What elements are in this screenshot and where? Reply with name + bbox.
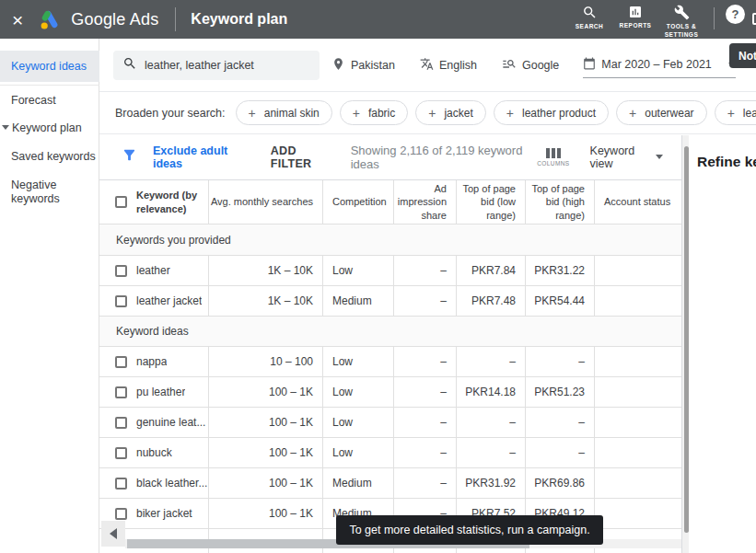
keyword-text: black leather... (136, 477, 207, 490)
status-cell (594, 286, 681, 316)
keyword-cell: nappa (99, 347, 208, 376)
column-header-competition[interactable]: Competition (322, 180, 393, 224)
calendar-icon (583, 57, 601, 73)
keyword-text: nubuck (136, 446, 172, 459)
ad-share-cell: – (393, 377, 456, 407)
keyword-text: nappa (136, 355, 167, 368)
keyword-search-input[interactable] (145, 59, 310, 72)
keyword-view-dropdown[interactable]: Keyword view (590, 144, 663, 170)
competition-cell: Low (322, 256, 393, 285)
help-icon[interactable]: ? (726, 5, 745, 24)
scroll-left-button[interactable] (101, 521, 125, 547)
table-row: nubuck 100 – 1K Low – – – (99, 438, 681, 468)
select-all-checkbox[interactable] (115, 196, 127, 208)
search-icon (113, 56, 137, 75)
ad-share-cell: – (393, 286, 456, 316)
bid-low-cell: PKR7.84 (456, 256, 525, 285)
bid-high-cell: PKR31.22 (525, 256, 594, 285)
broaden-chip-outerwear[interactable]: +outerwear (616, 100, 707, 125)
keyword-cell: leather (99, 256, 208, 285)
exclude-adult-ideas-link[interactable]: Exclude adult ideas (153, 144, 251, 170)
filter-funnel-icon (122, 147, 137, 167)
column-header-keyword[interactable]: Keyword (by relevance) (136, 189, 203, 215)
searches-cell: 100 – 1K (208, 408, 322, 437)
table-row: nappa 10 – 100 Low – – – (99, 347, 681, 377)
row-checkbox[interactable] (115, 386, 127, 398)
table-row: leather jacket 1K – 10K Medium – PKR7.48… (99, 286, 681, 317)
column-header-ad-share[interactable]: Ad impression share (393, 180, 456, 224)
date-range-setting[interactable]: Mar 2020 – Feb 2021 (583, 52, 736, 78)
competition-cell: Low (322, 438, 393, 467)
language-setting[interactable]: English (420, 57, 477, 74)
keyword-ideas-table: Keyword (by relevance) Avg. monthly sear… (99, 179, 681, 553)
table-header-row: Keyword (by relevance) Avg. monthly sear… (99, 180, 681, 225)
reports-nav-button[interactable]: REPORTS (612, 0, 658, 30)
column-header-searches[interactable]: Avg. monthly searches (208, 180, 322, 224)
status-cell (594, 377, 681, 407)
vertical-scrollbar-thumb[interactable] (684, 146, 689, 533)
broaden-search-bar: Broaden your search: +animal skin +fabri… (99, 92, 756, 134)
ad-share-cell: – (393, 347, 456, 376)
ad-share-cell: – (393, 408, 456, 437)
network-setting[interactable]: Google (502, 56, 559, 74)
bid-low-cell: PKR7.48 (456, 286, 525, 316)
add-filter-button[interactable]: ADD FILTER (271, 144, 335, 170)
sidebar-item-keyword-plan[interactable]: Keyword plan (0, 121, 99, 135)
tools-settings-nav-button[interactable]: TOOLS & SETTINGS (658, 0, 704, 40)
columns-icon (545, 148, 562, 158)
row-checkbox[interactable] (115, 356, 127, 368)
plus-icon: + (629, 106, 636, 121)
column-header-status[interactable]: Account status (594, 180, 681, 224)
google-ads-keyword-planner: × Google Ads Keyword plan SEARCH RE (0, 0, 756, 553)
topbar-divider (175, 7, 176, 31)
sidebar-item-forecast[interactable]: Forecast (0, 94, 99, 108)
translate-icon (420, 57, 439, 74)
keyword-text: leather jacket (136, 294, 202, 307)
location-setting[interactable]: Pakistan (331, 57, 395, 74)
close-icon[interactable]: × (12, 10, 23, 29)
page-title: Keyword plan (191, 11, 287, 28)
column-header-bid-low[interactable]: Top of page bid (low range) (456, 180, 525, 224)
broaden-chip-jacket[interactable]: +jacket (415, 100, 486, 125)
bid-high-cell: – (525, 347, 594, 376)
sidebar-item-negative-keywords[interactable]: Negative keywords (0, 179, 76, 206)
topbar-divider (714, 7, 715, 29)
vertical-scrollbar[interactable] (681, 135, 689, 553)
sidebar-item-saved-keywords[interactable]: Saved keywords (0, 150, 99, 164)
notifications-tooltip: Notif (729, 43, 756, 68)
row-checkbox[interactable] (115, 417, 127, 429)
status-cell (594, 499, 681, 528)
row-checkbox[interactable] (115, 478, 127, 490)
column-header-bid-high[interactable]: Top of page bid (high range) (525, 180, 594, 224)
broaden-chip-leather-apparel[interactable]: +leather apparel (715, 100, 756, 125)
sidebar-item-keyword-ideas[interactable]: Keyword ideas (0, 51, 99, 82)
broaden-chip-fabric[interactable]: +fabric (340, 100, 409, 125)
bid-low-cell: – (456, 438, 525, 467)
keyword-cell: leather jacket (99, 286, 208, 316)
refine-keywords-panel: Refine ke (689, 134, 756, 553)
search-nav-button[interactable]: SEARCH (566, 0, 612, 31)
top-bar: × Google Ads Keyword plan SEARCH RE (0, 0, 756, 39)
row-checkbox[interactable] (115, 295, 127, 307)
date-range-value: Mar 2020 – Feb 2021 (601, 58, 712, 71)
columns-button[interactable]: COLUMNS (537, 148, 569, 167)
keyword-header-cell: Keyword (by relevance) (99, 180, 208, 224)
row-checkbox[interactable] (115, 265, 127, 277)
status-cell (594, 347, 681, 376)
searches-cell: 100 – 1K (208, 468, 322, 498)
searches-cell: 1K – 10K (208, 286, 322, 316)
table-row: leather 1K – 10K Low – PKR7.84 PKR31.22 (99, 256, 681, 286)
keyword-search-box[interactable] (113, 51, 320, 80)
bid-low-cell: – (456, 347, 525, 376)
status-cell (594, 408, 681, 437)
notifications-bell-icon[interactable] (752, 13, 756, 25)
row-checkbox[interactable] (115, 447, 127, 459)
row-checkbox[interactable] (115, 508, 127, 520)
location-value: Pakistan (351, 59, 395, 72)
plus-icon: + (727, 106, 735, 121)
broaden-chip-leather-product[interactable]: +leather product (494, 100, 609, 125)
broaden-chip-animal-skin[interactable]: +animal skin (236, 100, 332, 125)
keyword-cell: nubuck (99, 438, 208, 467)
section-keyword-ideas: Keyword ideas (99, 317, 681, 347)
searches-cell: 100 – 1K (208, 377, 322, 407)
